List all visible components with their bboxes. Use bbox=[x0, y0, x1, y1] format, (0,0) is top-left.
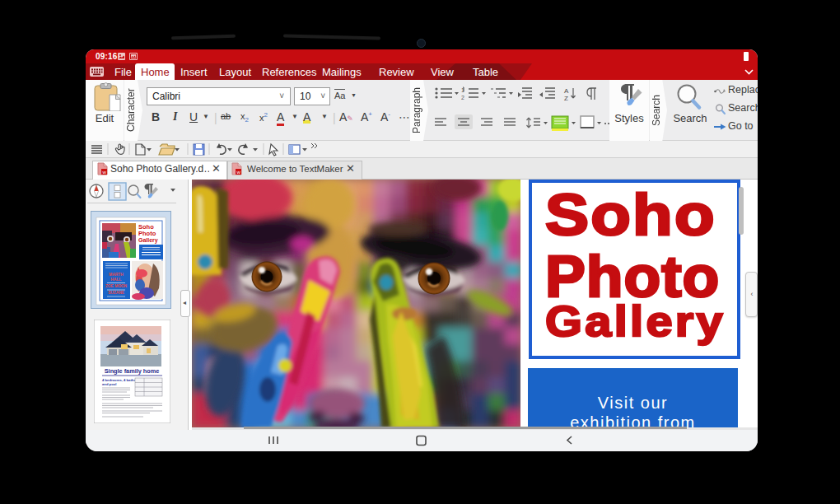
svg-text:w: w bbox=[236, 170, 241, 175]
svg-text:and pool: and pool bbox=[102, 382, 116, 386]
svg-text:HALL: HALL bbox=[111, 278, 122, 282]
svg-text:1: 1 bbox=[461, 87, 464, 93]
svg-text:w: w bbox=[102, 170, 107, 175]
svg-text:Single family home: Single family home bbox=[105, 367, 160, 375]
svg-text:MARTH: MARTH bbox=[109, 273, 124, 277]
svg-text:Photo: Photo bbox=[138, 230, 156, 237]
svg-text:Z: Z bbox=[564, 95, 568, 102]
svg-text:SUZANE: SUZANE bbox=[108, 291, 125, 295]
svg-text:A: A bbox=[564, 87, 569, 95]
svg-text:ZOE MOON: ZOE MOON bbox=[105, 284, 128, 288]
svg-text:2: 2 bbox=[461, 95, 464, 100]
svg-text:Gallery: Gallery bbox=[138, 237, 158, 244]
